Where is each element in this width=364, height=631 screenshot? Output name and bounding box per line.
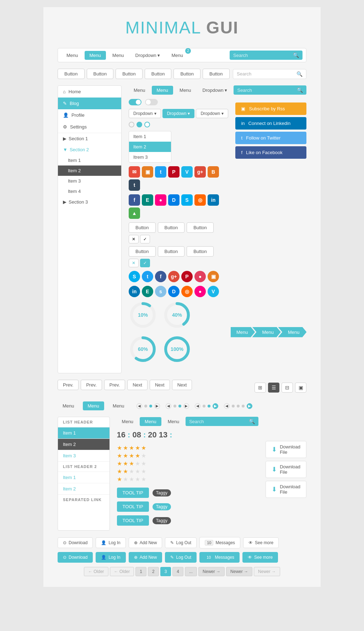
download-btn-2[interactable]: ⬇ Download File	[266, 461, 306, 478]
social-fl-round[interactable]: ●	[194, 286, 206, 297]
social-vim-round[interactable]: V	[208, 286, 219, 297]
bottom-menu-1[interactable]: Menu	[58, 401, 79, 410]
middle-search-input[interactable]	[189, 419, 249, 424]
sidebar-section-2[interactable]: ▼ Section 2	[58, 144, 121, 155]
dropdown-btn-3[interactable]: Dropdown ▾	[196, 109, 228, 118]
dot-1b[interactable]	[149, 405, 152, 407]
action-logout-2[interactable]: ✎ Log Out	[165, 552, 197, 563]
num-page-1[interactable]: 1	[135, 567, 146, 576]
social-sw-round[interactable]: s	[155, 286, 166, 297]
x-btn-1[interactable]: ✕	[129, 235, 139, 243]
top-search-box[interactable]: 🔍	[230, 51, 303, 60]
breadcrumb-1[interactable]: Menu	[231, 327, 255, 337]
btn-3[interactable]: Button	[116, 69, 143, 79]
social-gplus-icon[interactable]: g+	[194, 166, 206, 178]
action-messages-2[interactable]: 10 Messages	[199, 552, 240, 563]
dot-1a[interactable]	[144, 405, 147, 407]
inner-nav-3[interactable]: Menu	[175, 86, 196, 95]
social-pc-round[interactable]: ◎	[181, 286, 193, 297]
social-skype-round[interactable]: S	[129, 271, 140, 282]
num-older-1[interactable]: ← Older	[84, 567, 108, 576]
social-ev-round[interactable]: E	[142, 286, 153, 297]
inner-nav-1[interactable]: Menu	[129, 86, 150, 95]
tooltip-tag-2[interactable]: Taggy	[152, 503, 171, 510]
toggle-2[interactable]	[145, 99, 158, 105]
social-tumblr-icon[interactable]: t	[129, 179, 140, 191]
prev-btn-2[interactable]: Prev.	[81, 380, 102, 390]
bottom-menu-2[interactable]: Menu	[83, 401, 105, 410]
check-btn-1[interactable]: ✓	[140, 235, 150, 243]
inner-search-box[interactable]: 🔍	[234, 85, 306, 95]
prev-btn-3[interactable]: Prev.	[104, 380, 125, 390]
toggle-1[interactable]	[129, 99, 141, 105]
social-linkedin-icon[interactable]: in	[208, 194, 219, 206]
num-page-dots[interactable]: ...	[185, 567, 197, 576]
action-addnew-2[interactable]: ⊕ Add New	[129, 552, 162, 563]
dot-prev-3[interactable]: ◀	[195, 403, 200, 409]
action-download-1[interactable]: ⊙ Download	[58, 537, 93, 548]
list-item-3[interactable]: Item 3	[58, 450, 109, 462]
sidebar-section-3[interactable]: ▶ Section 3	[58, 196, 121, 207]
dot-4a[interactable]	[232, 405, 235, 407]
bottom-menu-3[interactable]: Menu	[108, 401, 129, 410]
small-btn-1[interactable]: Button	[129, 222, 156, 233]
tooltip-tag-3[interactable]: Taggy	[152, 517, 171, 524]
social-skype-icon[interactable]: S	[181, 194, 193, 206]
social-db-round[interactable]: D	[168, 286, 180, 297]
tooltip-tag-1[interactable]: Taggy	[152, 489, 171, 496]
next-btn-1[interactable]: Next	[127, 380, 148, 390]
linkedin-btn[interactable]: in Connect on Linkedin	[235, 117, 306, 130]
rss-btn[interactable]: ▣ Subscribe by Rss	[235, 102, 306, 115]
dot-next-2[interactable]: ▶	[183, 403, 189, 409]
social-facebook-icon[interactable]: f	[129, 194, 140, 206]
social-flickr-icon[interactable]: ●	[155, 194, 166, 206]
small-btn-4[interactable]: Button	[129, 246, 156, 257]
sidebar-item-1[interactable]: Item 1	[58, 155, 121, 165]
breadcrumb-2[interactable]: Menu	[252, 327, 281, 337]
sidebar-item-4[interactable]: Item 4	[58, 186, 121, 196]
dropdown-item-3[interactable]: Itrem 3	[129, 152, 171, 162]
action-addnew-1[interactable]: ⊕ Add New	[129, 537, 162, 548]
action-login-2[interactable]: 👤 Log In	[96, 552, 125, 563]
social-evernote-icon[interactable]: E	[142, 194, 153, 206]
social-vimeo-icon[interactable]: V	[181, 166, 193, 178]
nav-menu-badge[interactable]: Menu2	[166, 51, 188, 60]
num-newer-3[interactable]: Newer →	[254, 567, 280, 576]
view-list-btn[interactable]: ☰	[268, 383, 279, 393]
sidebar-item-3[interactable]: Item 3	[58, 176, 121, 186]
btn-2[interactable]: Button	[87, 69, 114, 79]
num-page-4[interactable]: 4	[172, 567, 183, 576]
dot-next-1[interactable]: ▶	[154, 403, 160, 409]
small-btn-6[interactable]: Button	[187, 246, 214, 257]
twitter-btn[interactable]: t Follow on Twitter	[235, 132, 306, 144]
x-btn-2[interactable]: ✕	[129, 259, 139, 267]
view-full-btn[interactable]: ▣	[295, 383, 306, 393]
social-dropbox-icon[interactable]: D	[168, 194, 180, 206]
btn-6[interactable]: Button	[203, 69, 230, 79]
social-linkedin-round[interactable]: in	[129, 286, 140, 297]
middle-menu-2[interactable]: Menu	[140, 417, 161, 426]
small-btn-5[interactable]: Button	[158, 246, 185, 257]
social-pin-round[interactable]: P	[181, 271, 193, 282]
small-btn-2[interactable]: Button	[158, 222, 185, 233]
next-btn-2[interactable]: Next	[150, 380, 170, 390]
dropdown-item-1[interactable]: Item 1	[129, 131, 171, 142]
dot-4c[interactable]	[242, 405, 245, 407]
list-item-h2-2[interactable]: Item 2	[58, 483, 109, 495]
radio-3[interactable]	[144, 122, 150, 127]
sidebar-section-1[interactable]: ▶ Section 1	[58, 133, 121, 144]
btn-row-search-box[interactable]: 🔍	[233, 69, 306, 79]
dot-prev-4[interactable]: ◀	[224, 403, 230, 409]
next-btn-3[interactable]: Next	[172, 380, 192, 390]
dropdown-item-2[interactable]: Item 2	[129, 142, 171, 152]
action-messages-1[interactable]: 10 Messages	[199, 537, 240, 548]
action-logout-1[interactable]: ✎ Log Out	[165, 537, 197, 548]
dot-3a[interactable]	[203, 405, 205, 407]
dot-prev-1[interactable]: ◀	[136, 403, 142, 409]
dropdown-btn-2[interactable]: Dropdown ▾	[162, 109, 195, 118]
btn-4[interactable]: Button	[145, 69, 172, 79]
list-item-h2-1[interactable]: Item 1	[58, 472, 109, 483]
middle-menu-3[interactable]: Menu	[163, 417, 184, 426]
dot-4b[interactable]	[237, 405, 240, 407]
action-login-1[interactable]: 👤 Log In	[96, 537, 125, 548]
